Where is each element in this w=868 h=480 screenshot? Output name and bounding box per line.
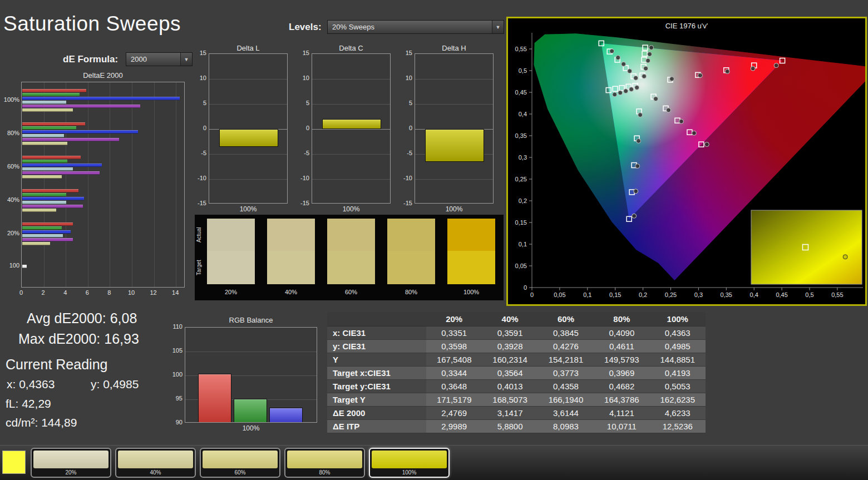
cie-diagram-panel: CIE 1976 u'v' — [506, 17, 867, 306]
table-row-label: y: CIE31 — [327, 339, 426, 353]
measured-point — [649, 46, 654, 50]
app-window: Saturation Sweeps Levels: 20% Sweeps ▼ d… — [0, 0, 868, 480]
target-row-label: Target — [196, 251, 204, 284]
de-formula-dropdown[interactable]: 2000 ▼ — [126, 52, 193, 66]
table-cell: 167,5408 — [426, 353, 482, 366]
axis-label: 100% — [312, 205, 391, 213]
de-bar-100-white — [22, 265, 27, 268]
gridline — [312, 154, 390, 155]
svg-text:0,55: 0,55 — [515, 46, 527, 52]
measured-point — [751, 66, 755, 71]
sweep-button-80%[interactable]: 80% — [284, 448, 365, 478]
delta-l-plot-area — [209, 53, 288, 204]
patch-comparison-strip: Actual Target 20%40%60%80%100% — [195, 215, 504, 300]
gridline — [185, 352, 317, 352]
sweep-label: 100% — [370, 469, 448, 476]
svg-text:0,5: 0,5 — [805, 291, 813, 298]
svg-text:0,35: 0,35 — [515, 132, 527, 139]
measured-point — [725, 70, 729, 74]
table-cell: 0,4193 — [650, 366, 706, 379]
chevron-down-icon[interactable]: ▼ — [180, 53, 192, 66]
inset-measured-point — [843, 255, 847, 259]
svg-text:0,2: 0,2 — [639, 291, 647, 298]
actual-row-label: Actual — [196, 219, 204, 251]
chart-title: DeltaE 2000 — [21, 71, 185, 80]
levels-dropdown[interactable]: 20% Sweeps ▼ — [327, 20, 504, 34]
table-cell: 0,3648 — [426, 379, 482, 393]
gridline — [415, 79, 493, 80]
axis-tick-label: 0 — [16, 289, 27, 296]
axis-tick-label: 8 — [103, 289, 115, 296]
sweep-button-100%[interactable]: 100% — [369, 448, 450, 478]
axis-tick-label: -5 — [295, 150, 309, 156]
table-header-row: 20%40%60%80%100% — [327, 312, 706, 326]
measured-point — [635, 85, 639, 90]
current-color-swatch — [2, 451, 26, 474]
table-row: Target x:CIE310,33440,35640,37730,39690,… — [327, 366, 706, 379]
table-cell: 149,5793 — [594, 353, 649, 366]
target-patch — [387, 251, 435, 284]
de-bar-60%-cyan — [22, 167, 73, 171]
table-cell: 154,2181 — [538, 353, 594, 366]
de-bar-60%-red — [22, 156, 81, 159]
table-header-cell: 80% — [594, 312, 649, 326]
gridline — [154, 82, 155, 287]
chevron-down-icon[interactable]: ▼ — [492, 21, 504, 33]
patch-label: 80% — [387, 289, 435, 295]
measured-point — [774, 63, 778, 68]
svg-text:0,3: 0,3 — [519, 154, 527, 161]
de-bar-80%-green — [22, 126, 76, 130]
patch-column-80%: 80% — [387, 215, 435, 300]
sweep-button-20%[interactable]: 20% — [31, 448, 111, 478]
actual-patch — [327, 219, 375, 251]
axis-category-label: 20% — [1, 230, 19, 236]
svg-text:0,5: 0,5 — [519, 67, 527, 74]
table-cell: 166,1940 — [538, 393, 594, 406]
table-row: Y167,5408160,2314154,2181149,5793144,885… — [327, 353, 706, 366]
gridline — [132, 82, 132, 287]
cie-title: CIE 1976 u'v' — [508, 22, 865, 30]
measured-point — [698, 73, 702, 78]
cie-diagram: 00,050,10,150,20,250,30,350,40,450,50,55… — [508, 18, 865, 304]
table-cell: 0,3598 — [426, 339, 482, 353]
sweep-label: 20% — [32, 469, 110, 476]
gridline — [415, 179, 493, 180]
table-cell: 0,3969 — [594, 366, 649, 379]
patch-column-100%: 100% — [447, 215, 495, 300]
current-fl-value: fL: 42,29 — [6, 397, 51, 410]
measured-point — [642, 74, 647, 78]
axis-category-label: 80% — [1, 130, 19, 136]
avg-de2000-value: Avg dE2000: 6,08 — [27, 310, 137, 326]
sweep-swatch — [287, 451, 362, 468]
sweep-swatch — [33, 451, 108, 468]
de-bar-40%-yellow — [22, 209, 56, 212]
svg-text:0,3: 0,3 — [694, 291, 703, 298]
delta-c-chart: Delta C 100% 151050-5-10-15 — [295, 44, 395, 214]
svg-text:0,45: 0,45 — [776, 291, 787, 298]
table-cell: 0,4363 — [650, 326, 706, 339]
max-de2000-value: Max dE2000: 16,93 — [18, 331, 139, 347]
axis-tick-label: -5 — [398, 150, 412, 156]
delta-h-chart: Delta H 100% 151050-5-10-15 — [398, 44, 498, 214]
sweep-swatch — [372, 451, 447, 468]
patch-column-20%: 20% — [207, 215, 255, 300]
sweep-button-60%[interactable]: 60% — [200, 448, 280, 478]
measured-point — [644, 66, 648, 71]
de-bar-20%-red — [22, 222, 73, 226]
gridline — [312, 179, 390, 180]
axis-tick-label: 10 — [398, 75, 412, 81]
table-cell: 4,6233 — [650, 406, 706, 419]
svg-text:0: 0 — [524, 284, 527, 291]
table-cell: 10,0711 — [594, 419, 649, 433]
sweep-label: 80% — [285, 469, 364, 476]
sweep-button-40%[interactable]: 40% — [115, 448, 196, 478]
table-cell: 0,3344 — [426, 366, 482, 379]
page-title: Saturation Sweeps — [3, 12, 181, 36]
de-bar-60%-blue — [22, 164, 102, 167]
measured-point — [669, 77, 674, 81]
axis-tick-label: 15 — [192, 50, 206, 56]
axis-tick-label: 0 — [398, 125, 412, 131]
axis-tick-label: -10 — [398, 175, 412, 181]
table-cell: 171,5179 — [426, 393, 482, 406]
axis-tick-label: 110 — [167, 323, 183, 330]
